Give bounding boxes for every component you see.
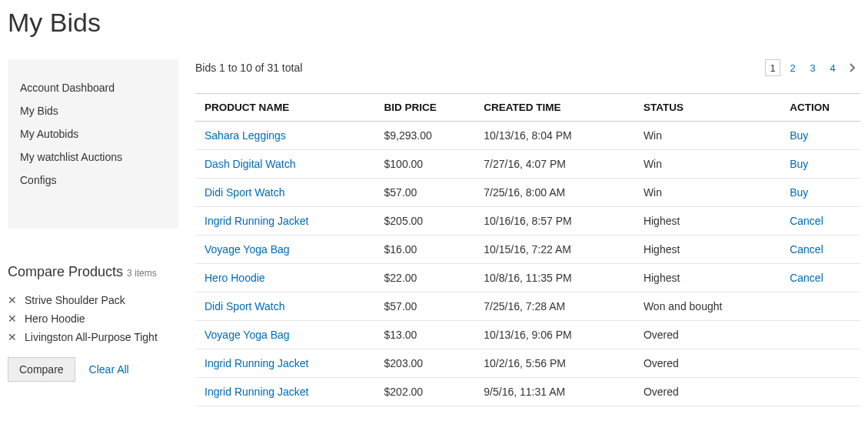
- th-status: STATUS: [634, 94, 780, 122]
- table-row: Sahara Leggings $9,293.00 10/13/16, 8:04…: [195, 122, 860, 150]
- page-3[interactable]: 3: [805, 59, 820, 76]
- th-price: BID PRICE: [375, 94, 475, 122]
- bids-table: PRODUCT NAME BID PRICE CREATED TIME STAT…: [195, 93, 860, 406]
- compare-button[interactable]: Compare: [8, 357, 75, 382]
- cell-price: $16.00: [375, 236, 475, 264]
- th-time: CREATED TIME: [474, 94, 634, 122]
- compare-product-link[interactable]: Hero Hoodie: [25, 312, 85, 325]
- table-row: Voyage Yoga Bag $16.00 10/15/16, 7:22 AM…: [195, 236, 860, 264]
- cell-price: $203.00: [375, 349, 475, 378]
- cell-status: Won and bought: [634, 292, 780, 321]
- action-link[interactable]: Cancel: [790, 243, 823, 256]
- cell-status: Win: [634, 179, 780, 207]
- product-link[interactable]: Ingrid Running Jacket: [205, 357, 308, 369]
- cell-time: 7/25/16, 8:00 AM: [474, 179, 634, 207]
- product-link[interactable]: Sahara Leggings: [205, 129, 286, 142]
- remove-icon[interactable]: ✕: [8, 295, 18, 306]
- cell-status: Win: [634, 122, 780, 150]
- table-row: Hero Hoodie $22.00 10/8/16, 11:35 PM Hig…: [195, 264, 860, 292]
- product-link[interactable]: Voyage Yoga Bag: [205, 243, 290, 256]
- compare-count: 3 items: [127, 268, 157, 279]
- compare-item: ✕ Livingston All-Purpose Tight: [8, 328, 178, 346]
- action-link[interactable]: Buy: [790, 186, 808, 199]
- sidebar: Account Dashboard My Bids My Autobids My…: [8, 59, 178, 382]
- nav-configs[interactable]: Configs: [20, 169, 166, 192]
- cell-status: Overed: [634, 378, 780, 406]
- compare-title-text: Compare Products: [8, 264, 123, 279]
- action-link[interactable]: Buy: [790, 129, 808, 142]
- product-link[interactable]: Voyage Yoga Bag: [205, 329, 290, 341]
- cell-time: 7/25/16, 7:28 AM: [474, 292, 634, 321]
- cell-price: $100.00: [375, 150, 475, 179]
- product-link[interactable]: Hero Hoodie: [205, 272, 265, 284]
- cell-status: Win: [634, 150, 780, 179]
- action-link[interactable]: Buy: [790, 158, 808, 170]
- cell-status: Overed: [634, 321, 780, 349]
- table-row: Didi Sport Watch $57.00 7/25/16, 8:00 AM…: [195, 179, 860, 207]
- cell-status: Highest: [634, 236, 780, 264]
- th-action: ACTION: [780, 94, 860, 122]
- table-row: Ingrid Running Jacket $203.00 10/2/16, 5…: [195, 349, 860, 378]
- toolbar-amount: Bids 1 to 10 of 31 total: [195, 62, 302, 74]
- pager: 1 2 3 4: [765, 59, 860, 76]
- cell-price: $22.00: [375, 264, 475, 292]
- page-1[interactable]: 1: [765, 59, 780, 76]
- cell-time: 10/13/16, 8:04 PM: [474, 122, 634, 150]
- table-row: Ingrid Running Jacket $205.00 10/16/16, …: [195, 207, 860, 236]
- product-link[interactable]: Dash Digital Watch: [205, 158, 296, 170]
- action-link[interactable]: Cancel: [790, 215, 823, 227]
- product-link[interactable]: Didi Sport Watch: [205, 300, 285, 312]
- table-row: Voyage Yoga Bag $13.00 10/13/16, 9:06 PM…: [195, 321, 860, 349]
- remove-icon[interactable]: ✕: [8, 313, 18, 324]
- cell-time: 10/8/16, 11:35 PM: [474, 264, 634, 292]
- cell-time: 10/13/16, 9:06 PM: [474, 321, 634, 349]
- product-link[interactable]: Didi Sport Watch: [205, 186, 285, 199]
- main-content: Bids 1 to 10 of 31 total 1 2 3 4 PRODUCT…: [195, 59, 860, 406]
- cell-time: 9/5/16, 11:31 AM: [474, 378, 634, 406]
- compare-item: ✕ Strive Shoulder Pack: [8, 291, 178, 309]
- clear-all-link[interactable]: Clear All: [89, 363, 129, 376]
- compare-products-block: Compare Products 3 items ✕ Strive Should…: [8, 264, 178, 382]
- cell-time: 10/16/16, 8:57 PM: [474, 207, 634, 236]
- nav-account-dashboard[interactable]: Account Dashboard: [20, 76, 166, 99]
- cell-time: 10/2/16, 5:56 PM: [474, 349, 634, 378]
- nav-watchlist[interactable]: My watchlist Auctions: [20, 145, 166, 169]
- cell-time: 7/27/16, 4:07 PM: [474, 150, 634, 179]
- compare-product-link[interactable]: Strive Shoulder Pack: [25, 294, 125, 306]
- table-row: Ingrid Running Jacket $202.00 9/5/16, 11…: [195, 378, 860, 406]
- remove-icon[interactable]: ✕: [8, 332, 18, 342]
- cell-price: $13.00: [375, 321, 475, 349]
- cell-price: $202.00: [375, 378, 475, 406]
- compare-product-link[interactable]: Livingston All-Purpose Tight: [25, 331, 158, 343]
- nav-my-bids[interactable]: My Bids: [20, 99, 166, 122]
- page-2[interactable]: 2: [785, 59, 800, 76]
- next-page-icon[interactable]: [845, 59, 860, 76]
- page-title: My Bids: [8, 8, 860, 38]
- cell-status: Overed: [634, 349, 780, 378]
- page-4[interactable]: 4: [825, 59, 840, 76]
- cell-price: $9,293.00: [375, 122, 475, 150]
- account-nav: Account Dashboard My Bids My Autobids My…: [8, 59, 178, 229]
- product-link[interactable]: Ingrid Running Jacket: [205, 386, 308, 398]
- th-product: PRODUCT NAME: [195, 94, 375, 122]
- compare-item: ✕ Hero Hoodie: [8, 309, 178, 328]
- action-link[interactable]: Cancel: [790, 272, 823, 284]
- compare-title: Compare Products 3 items: [8, 264, 178, 280]
- table-row: Didi Sport Watch $57.00 7/25/16, 7:28 AM…: [195, 292, 860, 321]
- product-link[interactable]: Ingrid Running Jacket: [205, 215, 308, 227]
- cell-status: Highest: [634, 264, 780, 292]
- table-row: Dash Digital Watch $100.00 7/27/16, 4:07…: [195, 150, 860, 179]
- cell-price: $57.00: [375, 292, 475, 321]
- cell-price: $205.00: [375, 207, 475, 236]
- nav-my-autobids[interactable]: My Autobids: [20, 122, 166, 145]
- cell-price: $57.00: [375, 179, 475, 207]
- toolbar: Bids 1 to 10 of 31 total 1 2 3 4: [195, 59, 860, 76]
- cell-status: Highest: [634, 207, 780, 236]
- cell-time: 10/15/16, 7:22 AM: [474, 236, 634, 264]
